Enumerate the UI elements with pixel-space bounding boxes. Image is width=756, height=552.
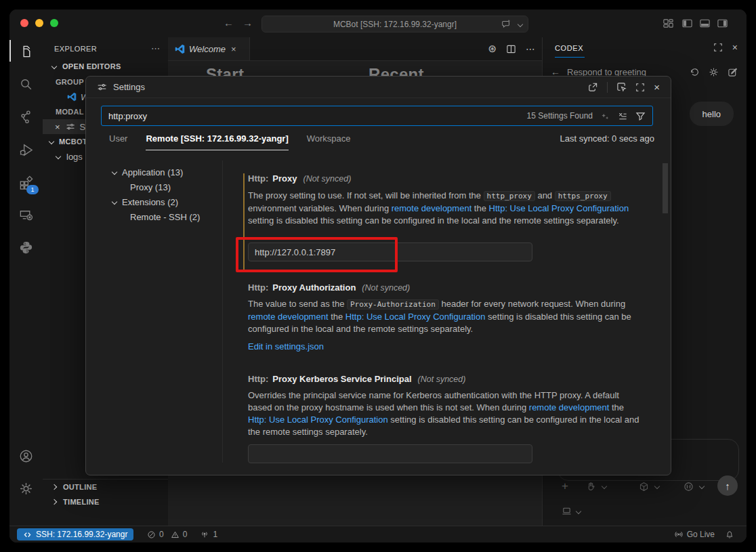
description-text: the <box>329 312 345 322</box>
filter-funnel-icon[interactable] <box>635 111 646 121</box>
chat-icon[interactable] <box>501 19 511 30</box>
send-message-button[interactable]: ↑ <box>717 475 738 496</box>
scrollbar-thumb[interactable] <box>663 163 668 213</box>
laptop-icon <box>562 506 572 516</box>
navigate-back-icon[interactable]: ← <box>224 16 234 30</box>
setting-description-link[interactable]: Http: Use Local Proxy Configuration <box>248 415 388 425</box>
activity-search[interactable] <box>9 70 43 98</box>
setting-description-link[interactable]: remote development <box>392 203 472 213</box>
description-text: the <box>471 203 488 213</box>
ai-search-sparkle-icon[interactable] <box>600 111 610 121</box>
tab-remote[interactable]: Remote [SSH: 172.16.99.32-yangr] <box>146 133 288 150</box>
restore-editor-icon[interactable] <box>616 82 627 92</box>
split-editor-icon[interactable] <box>506 44 516 54</box>
setting-description-link[interactable]: remote development <box>529 402 610 412</box>
chevron-down-icon[interactable] <box>602 484 607 489</box>
reasoning-icon[interactable] <box>684 482 694 492</box>
ports-count: 1 <box>213 530 217 539</box>
history-icon[interactable] <box>690 67 700 77</box>
navigate-forward-icon[interactable]: → <box>243 16 253 30</box>
divider <box>607 82 608 93</box>
toggle-primary-sidebar-icon[interactable] <box>681 18 693 29</box>
extensions-badge: 1 <box>26 185 39 194</box>
settings-sliders-icon <box>97 82 107 92</box>
toc-remote-ssh[interactable]: Remote - SSH (2) <box>130 209 200 224</box>
problems-status[interactable]: 0 0 1 <box>147 530 217 539</box>
move-into-new-window-icon[interactable] <box>588 82 598 92</box>
environment-selector[interactable] <box>562 506 581 516</box>
activity-source-control[interactable] <box>9 103 43 130</box>
accounts-button[interactable] <box>9 442 43 469</box>
clear-filters-icon[interactable] <box>618 111 628 121</box>
description-text: and <box>535 190 555 200</box>
account-icon <box>18 448 34 464</box>
errors-icon <box>147 530 156 539</box>
tab-label: Welcome <box>189 44 226 54</box>
toc-label: Application (13) <box>122 167 183 177</box>
close-dialog-icon[interactable]: × <box>654 83 660 92</box>
toggle-secondary-sidebar-icon[interactable] <box>717 18 728 29</box>
model-cube-icon[interactable] <box>639 482 649 492</box>
tab-welcome[interactable]: Welcome × <box>168 37 250 60</box>
tab-user[interactable]: User <box>109 133 127 144</box>
setting-proxy-authorization-description: The value to send as the Proxy-Authoriza… <box>248 298 639 335</box>
close-tab-icon[interactable]: × <box>231 44 236 54</box>
settings-found-count: 15 Settings Found <box>527 111 593 121</box>
search-icon <box>18 77 34 92</box>
customize-layout-icon[interactable] <box>663 18 674 29</box>
approval-mode-icon[interactable] <box>586 482 596 492</box>
gear-icon[interactable] <box>709 67 719 77</box>
codex-action-icon[interactable]: ⊛ <box>488 43 497 55</box>
settings-search-input[interactable] <box>102 111 527 121</box>
codex-panel-title[interactable]: CODEX <box>555 44 583 52</box>
notifications-bell-icon[interactable] <box>725 530 734 539</box>
activity-remote-explorer[interactable] <box>9 201 43 228</box>
timeline-section[interactable]: TIMELINE <box>43 494 168 509</box>
close-panel-icon[interactable]: × <box>732 43 738 52</box>
more-actions-icon[interactable]: ⋯ <box>526 43 535 54</box>
remote-label: SSH: 172.16.99.32-yangr <box>36 530 127 539</box>
go-live-button[interactable]: Go Live <box>674 530 715 539</box>
more-actions-icon[interactable]: ⋯ <box>151 43 160 54</box>
gear-icon <box>19 482 33 496</box>
outline-section[interactable]: OUTLINE <box>43 480 168 494</box>
last-synced-label: Last synced: 0 secs ago <box>560 133 654 144</box>
chevron-right-icon <box>51 499 57 505</box>
chevron-down-icon <box>112 199 117 205</box>
fullscreen-icon[interactable] <box>635 83 645 92</box>
manage-button[interactable] <box>9 475 43 502</box>
toc-proxy[interactable]: Proxy (13) <box>130 179 171 194</box>
chevron-down-icon[interactable] <box>699 484 705 489</box>
tab-workspace[interactable]: Workspace <box>307 133 351 144</box>
description-text: environment variables. When during <box>248 203 392 213</box>
maximize-panel-icon[interactable] <box>713 43 723 52</box>
chevron-down-icon[interactable] <box>654 484 660 489</box>
remote-indicator[interactable]: SSH: 172.16.99.32-yangr <box>17 528 133 540</box>
activity-run-debug[interactable] <box>9 136 43 163</box>
setting-description-link[interactable]: Http: Use Local Proxy Configuration <box>489 203 629 213</box>
activity-extensions[interactable]: 1 <box>9 169 43 196</box>
minimize-window-button[interactable] <box>35 19 43 27</box>
toc-extensions[interactable]: Extensions (2) <box>112 194 178 209</box>
toggle-panel-icon[interactable] <box>699 18 711 29</box>
zoom-window-button[interactable] <box>50 19 58 27</box>
setting-description-link[interactable]: Http: Use Local Proxy Configuration <box>345 312 486 322</box>
new-chat-icon[interactable] <box>728 67 738 77</box>
sidebar-title: EXPLORER <box>54 45 97 53</box>
chevron-down-icon[interactable] <box>518 21 523 26</box>
command-center-title: MCBot [SSH: 172.16.99.32-yangr] <box>333 20 457 29</box>
edit-in-settings-json-link[interactable]: Edit in settings.json <box>248 341 324 352</box>
workspace-label: MCBOT <box>59 137 87 146</box>
command-center[interactable]: MCBot [SSH: 172.16.99.32-yangr] <box>261 16 528 33</box>
chevron-down-icon <box>49 139 54 144</box>
toc-application[interactable]: Application (13) <box>112 165 183 179</box>
close-editor-icon[interactable]: × <box>55 122 60 132</box>
activity-python[interactable] <box>9 234 43 261</box>
setting-description-link[interactable]: remote development <box>248 312 329 322</box>
add-attachment-icon[interactable]: + <box>562 480 568 493</box>
activity-explorer[interactable] <box>9 37 43 64</box>
setting-sync-flag: (Not synced) <box>303 174 351 184</box>
open-editors-section[interactable]: OPEN EDITORS <box>43 59 168 74</box>
kerberos-principal-value-input[interactable] <box>248 444 532 463</box>
close-window-button[interactable] <box>20 19 28 27</box>
